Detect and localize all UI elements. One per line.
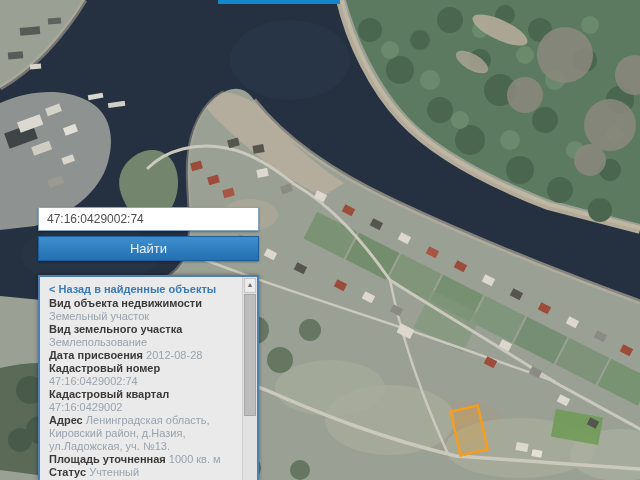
attribute-value: Учтенный (89, 466, 139, 478)
attribute-value: 1000 кв. м (169, 453, 221, 465)
attribute-row: Площадь уточненная 1000 кв. м (49, 453, 238, 466)
attribute-label: Кадастровый номер (49, 362, 160, 374)
object-info-panel: < Назад в найденные объекты Вид объекта … (38, 275, 259, 480)
attribute-label: Статус (49, 466, 86, 478)
attribute-value: 47:16:0429002 (49, 401, 122, 413)
find-button[interactable]: Найти (38, 236, 259, 261)
cadastral-map-app: Найти < Назад в найденные объекты Вид об… (0, 0, 640, 480)
attribute-row: Кадастровый номер 47:16:0429002:74 (49, 362, 238, 388)
attribute-row: Дата присвоения 2012-08-28 (49, 349, 238, 362)
panel-scrollbar[interactable]: ▲ (242, 277, 257, 480)
attribute-label: Площадь уточненная (49, 453, 166, 465)
object-info-content: < Назад в найденные объекты Вид объекта … (40, 277, 242, 480)
attribute-row: Статус Учтенный (49, 466, 238, 479)
attribute-label: Дата присвоения (49, 349, 143, 361)
attribute-label: Вид земельного участка (49, 323, 182, 335)
attribute-row: Кадастровый квартал 47:16:0429002 (49, 388, 238, 414)
attribute-value: 47:16:0429002:74 (49, 375, 138, 387)
attribute-row: Вид объекта недвижимости Земельный участ… (49, 297, 238, 323)
attribute-row: Адрес Ленинградская область, Кировский р… (49, 414, 238, 453)
attribute-value: 2012-08-28 (146, 349, 202, 361)
attribute-label: Кадастровый квартал (49, 388, 169, 400)
scrollbar-thumb[interactable] (244, 294, 256, 416)
attribute-value: Земельный участок (49, 310, 149, 322)
back-to-results-link[interactable]: < Назад в найденные объекты (49, 283, 238, 296)
cadastral-number-input[interactable] (38, 207, 259, 231)
attribute-value: Землепользование (49, 336, 147, 348)
attribute-label: Адрес (49, 414, 83, 426)
attribute-row: Вид земельного участка Землепользование (49, 323, 238, 349)
attribute-label: Вид объекта недвижимости (49, 297, 202, 309)
top-toolbar-fragment (218, 0, 340, 4)
scroll-up-arrow-icon[interactable]: ▲ (244, 278, 256, 293)
